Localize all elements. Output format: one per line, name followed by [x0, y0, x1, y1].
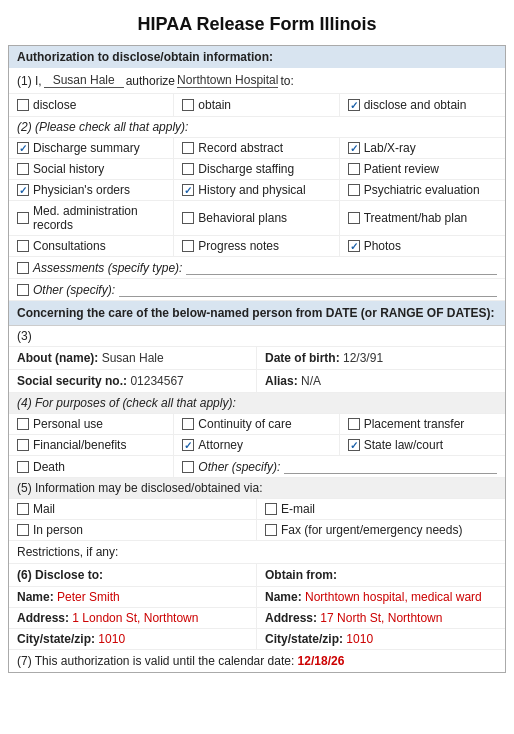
- obtain-cell[interactable]: obtain: [174, 94, 339, 116]
- name-row: Name: Peter Smith Name: Northtown hospit…: [9, 587, 505, 608]
- form-container: Authorization to disclose/obtain informa…: [8, 45, 506, 673]
- record-med-admin[interactable]: Med. administration records: [9, 201, 174, 236]
- assessments-label: Assessments (specify type):: [33, 261, 182, 275]
- via-fax[interactable]: Fax (for urgent/emergency needs): [257, 520, 505, 541]
- obtain-name-label: Name:: [265, 590, 302, 604]
- record-record-abstract[interactable]: Record abstract: [174, 138, 339, 159]
- photos-cb[interactable]: [348, 240, 360, 252]
- record-social-history[interactable]: Social history: [9, 159, 174, 180]
- obtain-name-val: Northtown hospital, medical ward: [305, 590, 482, 604]
- purpose-continuity[interactable]: Continuity of care: [174, 414, 339, 435]
- purpose-personal-use[interactable]: Personal use: [9, 414, 174, 435]
- about-label: About (name):: [17, 351, 98, 365]
- record-behavioral-plans[interactable]: Behavioral plans: [174, 201, 339, 236]
- purpose-state-law[interactable]: State law/court: [340, 435, 505, 456]
- in-person-cb[interactable]: [17, 524, 29, 536]
- treatment-hab-cb[interactable]: [348, 212, 360, 224]
- purpose-other-input[interactable]: [284, 459, 497, 474]
- placement-cb[interactable]: [348, 418, 360, 430]
- disclose-city-cell: City/state/zip: 1010: [9, 629, 257, 649]
- via-mail[interactable]: Mail: [9, 499, 257, 520]
- assessments-row: Assessments (specify type):: [9, 257, 505, 279]
- record-discharge-staffing[interactable]: Discharge staffing: [174, 159, 339, 180]
- section6-label: (6): [17, 568, 32, 582]
- concerning-header: Concerning the care of the below-named p…: [9, 301, 505, 326]
- authorize-middle: authorize: [126, 74, 175, 88]
- physicians-orders-cb[interactable]: [17, 184, 29, 196]
- alias-cell: Alias: N/A: [257, 370, 505, 392]
- section3-label: (3): [17, 329, 32, 343]
- obtain-checkbox[interactable]: [182, 99, 194, 111]
- record-history-physical[interactable]: History and physical: [174, 180, 339, 201]
- psychiatric-cb[interactable]: [348, 184, 360, 196]
- record-treatment-hab[interactable]: Treatment/hab plan: [340, 201, 505, 236]
- lab-xray-cb[interactable]: [348, 142, 360, 154]
- record-patient-review[interactable]: Patient review: [340, 159, 505, 180]
- purpose-financial[interactable]: Financial/benefits: [9, 435, 174, 456]
- patient-review-cb[interactable]: [348, 163, 360, 175]
- obtain-addr-cell: Address: 17 North St, Northtown: [257, 608, 505, 628]
- disclose-checkbox[interactable]: [17, 99, 29, 111]
- purpose-other[interactable]: Other (specify):: [174, 456, 505, 478]
- other-input[interactable]: [119, 282, 497, 297]
- purpose-other-cb[interactable]: [182, 461, 194, 473]
- ssn-alias-row: Social security no.: 01234567 Alias: N/A: [9, 370, 505, 393]
- behavioral-plans-cb[interactable]: [182, 212, 194, 224]
- fax-cb[interactable]: [265, 524, 277, 536]
- via-mail-email-row: Mail E-mail In person Fax (for urgent/em…: [9, 499, 505, 541]
- personal-use-cb[interactable]: [17, 418, 29, 430]
- purpose-attorney[interactable]: Attorney: [174, 435, 339, 456]
- attorney-cb[interactable]: [182, 439, 194, 451]
- continuity-cb[interactable]: [182, 418, 194, 430]
- social-history-cb[interactable]: [17, 163, 29, 175]
- history-physical-cb[interactable]: [182, 184, 194, 196]
- section5-row: (5) Information may be disclosed/obtaine…: [9, 478, 505, 499]
- record-discharge-summary[interactable]: Discharge summary: [9, 138, 174, 159]
- restrictions-label: Restrictions, if any:: [17, 545, 118, 559]
- obtain-name-cell: Name: Northtown hospital, medical ward: [257, 587, 505, 607]
- record-psychiatric[interactable]: Psychiatric evaluation: [340, 180, 505, 201]
- alias-val: N/A: [301, 374, 321, 388]
- via-email[interactable]: E-mail: [257, 499, 505, 520]
- record-physicians-orders[interactable]: Physician's orders: [9, 180, 174, 201]
- disclose-cell[interactable]: disclose: [9, 94, 174, 116]
- other-row: Other (specify):: [9, 279, 505, 301]
- death-cb[interactable]: [17, 461, 29, 473]
- disclose-city-label: City/state/zip:: [17, 632, 95, 646]
- hospital-name: Northtown Hospital: [177, 73, 278, 88]
- section6-header-row: (6) Disclose to: Obtain from:: [9, 564, 505, 587]
- purpose-death[interactable]: Death: [9, 456, 174, 478]
- purpose-placement[interactable]: Placement transfer: [340, 414, 505, 435]
- obtain-city-cell: City/state/zip: 1010: [257, 629, 505, 649]
- disclose-obtain-cell[interactable]: disclose and obtain: [340, 94, 505, 116]
- med-admin-cb[interactable]: [17, 212, 29, 224]
- section3-row: (3): [9, 326, 505, 347]
- state-law-cb[interactable]: [348, 439, 360, 451]
- dob-label: Date of birth:: [265, 351, 340, 365]
- record-photos[interactable]: Photos: [340, 236, 505, 257]
- email-cb[interactable]: [265, 503, 277, 515]
- valid-date: 12/18/26: [298, 654, 345, 668]
- other-cb[interactable]: [17, 284, 29, 296]
- consultations-cb[interactable]: [17, 240, 29, 252]
- record-lab-xray[interactable]: Lab/X-ray: [340, 138, 505, 159]
- via-in-person[interactable]: In person: [9, 520, 257, 541]
- record-consultations[interactable]: Consultations: [9, 236, 174, 257]
- record-abstract-cb[interactable]: [182, 142, 194, 154]
- progress-notes-cb[interactable]: [182, 240, 194, 252]
- authorization-header: Authorization to disclose/obtain informa…: [9, 46, 505, 68]
- records-grid: Discharge summary Record abstract Lab/X-…: [9, 138, 505, 257]
- mail-cb[interactable]: [17, 503, 29, 515]
- discharge-summary-cb[interactable]: [17, 142, 29, 154]
- record-progress-notes[interactable]: Progress notes: [174, 236, 339, 257]
- financial-cb[interactable]: [17, 439, 29, 451]
- assessments-cb[interactable]: [17, 262, 29, 274]
- discharge-staffing-cb[interactable]: [182, 163, 194, 175]
- disclose-addr-label: Address:: [17, 611, 69, 625]
- authorize-prefix: (1) I,: [17, 74, 42, 88]
- disclose-label: disclose: [33, 98, 76, 112]
- dob-cell: Date of birth: 12/3/91: [257, 347, 505, 369]
- assessments-input[interactable]: [186, 260, 497, 275]
- ssn-cell: Social security no.: 01234567: [9, 370, 257, 392]
- disclose-obtain-checkbox[interactable]: [348, 99, 360, 111]
